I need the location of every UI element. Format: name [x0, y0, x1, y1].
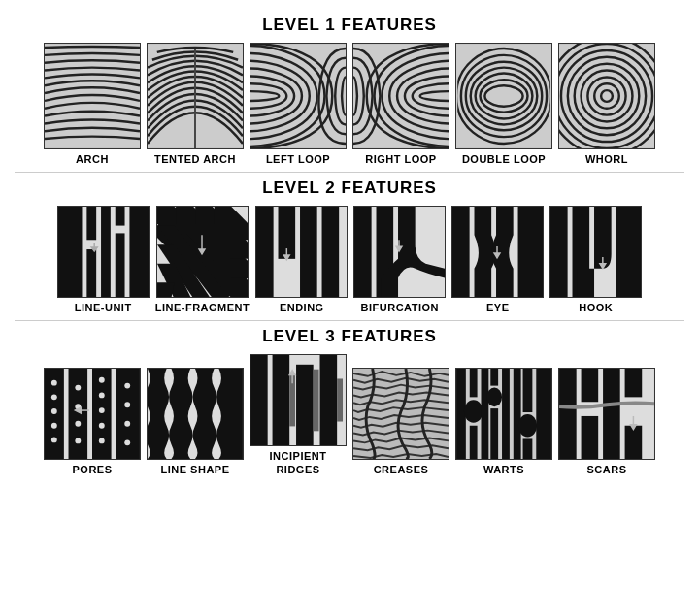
feature-hook: HOOK	[549, 206, 642, 314]
feature-ending: ENDING	[255, 206, 348, 314]
feature-eye: EYE	[451, 206, 544, 314]
line-unit-image	[57, 206, 150, 298]
svg-point-75	[99, 392, 105, 398]
svg-rect-88	[250, 355, 268, 445]
svg-point-104	[486, 387, 502, 406]
level1-section: LEVEL 1 FEATURES	[15, 16, 684, 166]
line-shape-label: LINE SHAPE	[160, 464, 229, 476]
svg-point-66	[51, 408, 57, 414]
bifurcation-label: BIFURCATION	[361, 302, 439, 314]
svg-rect-57	[616, 207, 641, 297]
svg-rect-111	[523, 438, 533, 459]
scars-label: SCARS	[586, 464, 626, 476]
feature-whorl: WHORL	[558, 43, 655, 166]
divider-1	[15, 172, 684, 173]
left-loop-image	[250, 43, 347, 149]
level2-row: LINE-UNIT	[15, 206, 684, 314]
svg-point-69	[75, 384, 81, 390]
whorl-label: WHORL	[585, 153, 628, 166]
svg-rect-114	[559, 369, 577, 459]
line-shape-image	[147, 368, 244, 460]
feature-left-loop: LEFT LOOP	[250, 43, 347, 166]
svg-rect-62	[69, 369, 88, 459]
incipient-ridges-image	[250, 354, 347, 446]
double-loop-image	[455, 43, 552, 149]
svg-rect-17	[86, 207, 96, 240]
svg-rect-92	[314, 370, 319, 432]
whorl-image	[558, 43, 655, 149]
level2-section: LEVEL 2 FEATURES	[15, 178, 684, 314]
svg-rect-103	[482, 369, 489, 459]
eye-image	[451, 206, 544, 298]
svg-rect-50	[452, 207, 470, 297]
feature-line-fragment: LINE-FRAGMENT	[155, 206, 250, 314]
feature-warts: WARTS	[455, 368, 552, 476]
feature-line-shape: LINE SHAPE	[147, 368, 244, 476]
svg-point-109	[518, 414, 538, 437]
svg-rect-106	[490, 408, 498, 459]
svg-point-83	[124, 439, 130, 445]
svg-rect-55	[550, 207, 568, 297]
left-loop-label: LEFT LOOP	[266, 153, 330, 166]
warts-image	[455, 368, 552, 460]
svg-rect-89	[273, 355, 290, 445]
svg-rect-108	[514, 369, 521, 459]
svg-point-101	[464, 400, 483, 422]
svg-rect-110	[523, 369, 533, 412]
double-loop-label: DOUBLE LOOP	[462, 153, 546, 166]
svg-rect-118	[625, 369, 643, 397]
arch-label: ARCH	[76, 153, 109, 166]
svg-rect-93	[320, 355, 338, 445]
svg-rect-112	[536, 369, 551, 459]
svg-point-67	[51, 422, 57, 428]
feature-bifurcation: BIFURCATION	[353, 206, 446, 314]
hook-label: HOOK	[579, 302, 613, 314]
svg-rect-19	[101, 207, 111, 297]
svg-marker-34	[157, 283, 175, 298]
line-unit-label: LINE-UNIT	[75, 302, 132, 314]
svg-point-78	[99, 438, 105, 443]
svg-rect-41	[322, 207, 340, 297]
feature-scars: SCARS	[558, 368, 655, 476]
feature-arch: ARCH	[44, 43, 141, 166]
level1-title: LEVEL 1 FEATURES	[15, 16, 684, 35]
ending-label: ENDING	[280, 302, 324, 314]
tented-arch-image	[147, 43, 244, 149]
svg-point-77	[99, 422, 105, 428]
tented-arch-label: TENTED ARCH	[154, 153, 236, 166]
level3-section: LEVEL 3 FEATURES	[15, 327, 684, 475]
arch-image	[44, 43, 141, 149]
feature-right-loop: RIGHT LOOP	[352, 43, 449, 166]
svg-rect-105	[490, 369, 498, 386]
svg-rect-107	[502, 369, 510, 459]
line-fragment-label: LINE-FRAGMENT	[155, 302, 250, 314]
feature-tented-arch: TENTED ARCH	[147, 43, 244, 166]
bifurcation-image	[353, 206, 446, 298]
svg-rect-16	[58, 207, 82, 297]
right-loop-image	[352, 43, 449, 149]
feature-double-loop: DOUBLE LOOP	[455, 43, 552, 166]
svg-point-65	[51, 394, 57, 400]
svg-rect-40	[300, 207, 317, 297]
feature-line-unit: LINE-UNIT	[57, 206, 150, 314]
svg-rect-45	[354, 207, 372, 297]
svg-rect-38	[256, 207, 274, 297]
level3-title: LEVEL 3 FEATURES	[15, 327, 684, 346]
pores-label: PORES	[72, 464, 112, 476]
scars-image	[558, 368, 655, 460]
svg-point-82	[124, 420, 130, 426]
svg-point-72	[75, 438, 81, 443]
feature-pores: PORES	[44, 368, 141, 476]
feature-creases: CREASES	[352, 368, 449, 476]
svg-point-80	[124, 382, 130, 388]
svg-rect-22	[129, 207, 149, 297]
divider-2	[15, 320, 684, 321]
svg-point-81	[124, 402, 130, 407]
svg-rect-51	[518, 207, 543, 297]
level3-row: PORES LINE SHAPE	[15, 354, 684, 475]
svg-rect-94	[337, 379, 343, 422]
svg-point-68	[51, 437, 57, 442]
level2-title: LEVEL 2 FEATURES	[15, 178, 684, 198]
feature-incipient-ridges: INCIPIENT RIDGES	[250, 354, 347, 475]
creases-label: CREASES	[374, 464, 429, 476]
